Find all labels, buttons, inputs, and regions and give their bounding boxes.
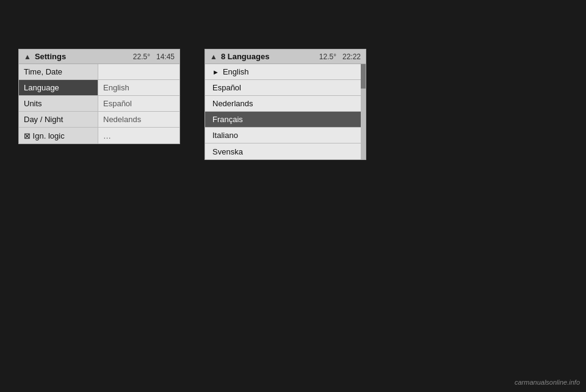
watermark: carmanualsonline.info [515,379,580,386]
languages-list-wrapper: ► English Español Nederlands Français It… [205,64,366,159]
settings-title: Settings [35,52,66,61]
settings-icon: ▲ [24,53,31,61]
header-right: 22.5° 14:45 [133,53,175,61]
settings-header: ▲ Settings 22.5° 14:45 [19,49,179,64]
language-item-espanol[interactable]: Español [205,80,366,96]
menu-row-time[interactable]: Time, Date [19,64,179,80]
menu-row-units[interactable]: Units Español [19,96,179,112]
menu-row-language[interactable]: Language English [19,80,179,96]
menu-row-daynight[interactable]: Day / Night Nedelands [19,112,179,128]
languages-title: 8 Languages [221,52,269,61]
lang-header-left: ▲ 8 Languages [210,52,269,61]
menu-label-time[interactable]: Time, Date [19,64,98,79]
menu-label-ignlogic[interactable]: ⊠ Ign. logic [19,128,98,143]
settings-menu: Time, Date Language English Units [19,64,179,143]
language-item-english[interactable]: ► English [205,64,366,80]
settings-temp: 22.5° [133,53,150,61]
language-item-francais[interactable]: Français [205,112,366,128]
languages-panel: ▲ 8 Languages 12.5° 22:22 ► English Espa… [204,49,366,160]
languages-time: 22:22 [342,53,361,61]
menu-value-ignlogic: … [98,128,179,143]
menu-value-units: Español [98,96,179,111]
menu-label-language[interactable]: Language [19,80,98,95]
menu-value-daynight: Nedelands [98,112,179,127]
languages-temp: 12.5° [319,53,336,61]
languages-icon: ▲ [210,53,217,61]
menu-value-language: English [98,80,179,95]
page-wrapper: ▲ Settings 22.5° 14:45 Time, Date Langua… [0,0,586,392]
menu-row-ignlogic[interactable]: ⊠ Ign. logic … [19,128,179,143]
languages-header: ▲ 8 Languages 12.5° 22:22 [205,49,366,64]
languages-list: ► English Español Nederlands Français It… [205,64,366,159]
settings-time: 14:45 [156,53,175,61]
arrow-icon-english: ► [212,68,219,76]
language-item-italiano[interactable]: Italiano [205,128,366,143]
settings-panel: ▲ Settings 22.5° 14:45 Time, Date Langua… [18,49,180,144]
menu-label-daynight[interactable]: Day / Night [19,112,98,127]
language-item-svenska[interactable]: Svenska [205,143,366,159]
menu-value-time [98,64,179,79]
scrollbar-track [361,64,366,159]
lang-header-right: 12.5° 22:22 [319,53,361,61]
language-item-nederlands[interactable]: Nederlands [205,96,366,112]
scrollbar-thumb[interactable] [361,64,366,89]
menu-label-units[interactable]: Units [19,96,98,111]
header-left: ▲ Settings [24,52,66,61]
